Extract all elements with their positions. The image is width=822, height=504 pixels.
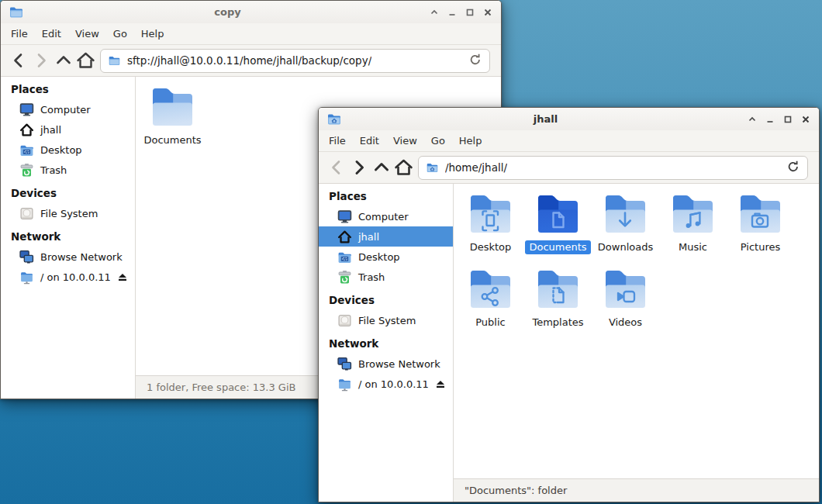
- address-bar[interactable]: /home/jhall/: [418, 156, 808, 180]
- up-button[interactable]: [370, 157, 392, 178]
- sidebar-header-network: Network: [319, 333, 453, 354]
- menu-file[interactable]: File: [322, 135, 353, 147]
- file-documents[interactable]: Documents: [139, 86, 206, 161]
- trash-icon: [337, 270, 352, 285]
- sidebar-item-desktop[interactable]: Desktop: [319, 247, 453, 267]
- templates-folder-icon: [537, 270, 579, 309]
- trash-icon: [19, 163, 34, 178]
- music-folder-icon: [672, 195, 713, 233]
- titlebar[interactable]: copy: [1, 1, 501, 23]
- desktop-folder-icon: [19, 143, 34, 157]
- folder-window-icon: [9, 5, 24, 20]
- browse-network-icon: [19, 250, 34, 264]
- filesystem-icon: [19, 206, 34, 221]
- file-videos[interactable]: Videos: [592, 268, 659, 343]
- menu-view[interactable]: View: [386, 135, 424, 147]
- sidebar-header-devices: Devices: [319, 290, 453, 310]
- home-button[interactable]: [74, 50, 97, 71]
- menu-go[interactable]: Go: [424, 135, 452, 147]
- back-button[interactable]: [7, 50, 29, 71]
- menu-go[interactable]: Go: [106, 28, 134, 40]
- sidebar-item-computer[interactable]: Computer: [1, 99, 135, 119]
- filesystem-icon: [337, 313, 352, 328]
- sidebar-item-remote-mount[interactable]: / on 10.0.0.11: [319, 374, 453, 394]
- menubar: File Edit View Go Help: [319, 130, 819, 152]
- home-icon: [19, 123, 34, 137]
- sidebar-item-filesystem[interactable]: File System: [1, 203, 135, 223]
- file-public[interactable]: Public: [457, 268, 524, 343]
- menu-edit[interactable]: Edit: [35, 28, 68, 40]
- file-pictures[interactable]: Pictures: [727, 193, 794, 268]
- menu-help[interactable]: Help: [134, 28, 171, 40]
- maximize-button[interactable]: [782, 113, 793, 125]
- sidebar-item-remote-mount[interactable]: / on 10.0.0.11: [1, 267, 135, 287]
- computer-icon: [337, 209, 352, 224]
- menu-help[interactable]: Help: [452, 135, 489, 147]
- close-button[interactable]: [482, 6, 493, 18]
- window-jhall: jhall File Edit View Go Help: [318, 107, 820, 502]
- toolbar: sftp://jhall@10.0.0.11/home/jhall/backup…: [1, 45, 501, 77]
- sidebar-item-trash[interactable]: Trash: [319, 267, 453, 287]
- sidebar-item-browse-network[interactable]: Browse Network: [1, 247, 135, 267]
- desktop-folder-icon: [337, 250, 352, 264]
- documents-folder-icon-selected: [537, 195, 579, 233]
- menu-view[interactable]: View: [68, 28, 106, 40]
- folder-icon: [152, 88, 193, 126]
- home-icon: [337, 230, 352, 244]
- sidebar: Places Computer jhall: [319, 184, 454, 502]
- toolbar: /home/jhall/: [319, 152, 819, 184]
- file-grid[interactable]: Desktop Documents: [454, 184, 819, 478]
- shade-button[interactable]: [428, 6, 440, 18]
- titlebar[interactable]: jhall: [319, 108, 819, 130]
- desktop-background: copy File Edit View Go Help: [0, 0, 822, 504]
- sidebar-item-browse-network[interactable]: Browse Network: [319, 354, 453, 374]
- sidebar-header-places: Places: [319, 186, 453, 206]
- refresh-button[interactable]: [468, 53, 482, 69]
- file-documents[interactable]: Documents: [524, 193, 592, 268]
- menu-file[interactable]: File: [4, 28, 35, 40]
- sidebar-item-trash[interactable]: Trash: [1, 160, 135, 180]
- desktop-folder-icon: [470, 195, 511, 233]
- file-downloads[interactable]: Downloads: [592, 193, 659, 268]
- minimize-button[interactable]: [446, 6, 458, 18]
- sidebar-header-places: Places: [1, 79, 135, 99]
- videos-folder-icon: [605, 270, 646, 309]
- pictures-folder-icon: [740, 195, 781, 233]
- sidebar-item-home[interactable]: jhall: [319, 226, 453, 247]
- sidebar: Places Computer jhall: [1, 77, 136, 399]
- home-folder-icon: [426, 161, 439, 174]
- sidebar-item-filesystem[interactable]: File System: [319, 310, 453, 330]
- address-text[interactable]: sftp://jhall@10.0.0.11/home/jhall/backup…: [127, 54, 371, 67]
- network-folder-icon: [337, 377, 352, 392]
- sidebar-item-computer[interactable]: Computer: [319, 206, 453, 226]
- folder-icon: [108, 54, 121, 67]
- network-folder-icon: [19, 270, 34, 285]
- shade-button[interactable]: [746, 113, 758, 125]
- eject-icon[interactable]: [117, 271, 128, 282]
- menubar: File Edit View Go Help: [1, 23, 501, 45]
- forward-button[interactable]: [29, 50, 52, 71]
- file-view: Desktop Documents: [454, 184, 819, 502]
- eject-icon[interactable]: [435, 378, 446, 389]
- up-button[interactable]: [52, 50, 74, 71]
- menu-edit[interactable]: Edit: [353, 135, 386, 147]
- minimize-button[interactable]: [764, 113, 775, 125]
- sidebar-item-home[interactable]: jhall: [1, 119, 135, 140]
- back-button[interactable]: [325, 157, 347, 178]
- status-bar: "Documents": folder: [454, 478, 819, 502]
- file-desktop[interactable]: Desktop: [457, 193, 524, 268]
- address-bar[interactable]: sftp://jhall@10.0.0.11/home/jhall/backup…: [100, 49, 490, 73]
- maximize-button[interactable]: [464, 6, 475, 18]
- close-button[interactable]: [800, 113, 811, 125]
- file-music[interactable]: Music: [659, 193, 727, 268]
- forward-button[interactable]: [347, 157, 370, 178]
- home-folder-window-icon: [326, 112, 342, 127]
- browse-network-icon: [337, 357, 352, 371]
- file-templates[interactable]: Templates: [524, 268, 592, 343]
- sidebar-item-desktop[interactable]: Desktop: [1, 140, 135, 160]
- refresh-button[interactable]: [786, 160, 800, 176]
- address-text[interactable]: /home/jhall/: [445, 161, 507, 174]
- downloads-folder-icon: [605, 195, 646, 233]
- home-button[interactable]: [392, 157, 415, 178]
- sidebar-header-devices: Devices: [1, 183, 135, 203]
